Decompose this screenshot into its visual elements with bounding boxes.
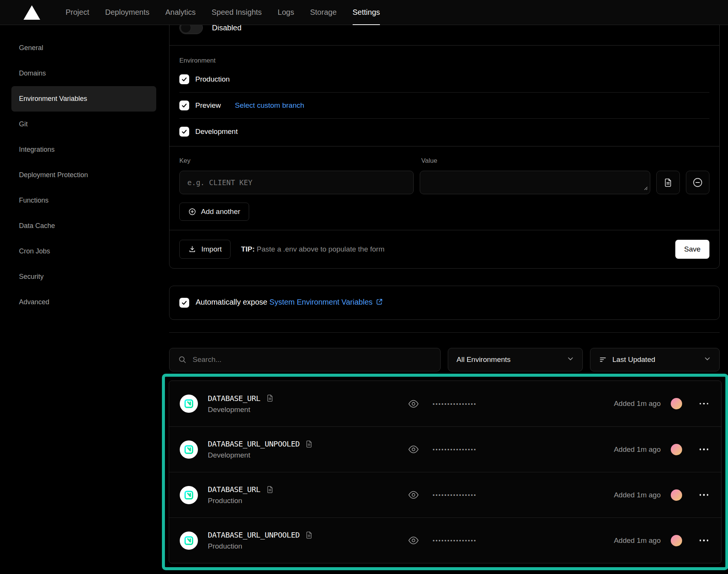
import-button[interactable]: Import: [179, 240, 231, 259]
download-icon: [188, 245, 196, 253]
note-icon[interactable]: [266, 486, 274, 494]
eye-icon[interactable]: [408, 535, 419, 546]
system-env-checkbox[interactable]: [179, 298, 189, 308]
external-link-icon: [375, 298, 383, 308]
section-divider: [169, 332, 720, 333]
eye-icon[interactable]: [408, 489, 419, 500]
neon-logo-icon: [180, 395, 198, 413]
sidebar-item-general[interactable]: General: [11, 35, 156, 61]
eye-icon[interactable]: [408, 444, 419, 455]
value-label: Value: [421, 157, 437, 165]
added-timestamp: Added 1m ago: [614, 445, 661, 454]
environment-filter-value: All Environments: [457, 355, 511, 364]
preview-checkbox[interactable]: [179, 101, 189, 110]
form-footer: Import TIP: Paste a .env above to popula…: [169, 230, 719, 268]
eye-icon[interactable]: [408, 398, 419, 409]
nav-item-project[interactable]: Project: [58, 0, 97, 25]
chevron-down-icon: [704, 355, 711, 364]
plus-circle-icon: [188, 208, 196, 216]
sidebar-item-domains[interactable]: Domains: [11, 61, 156, 86]
filter-row: All Environments Last Updated: [169, 348, 720, 371]
tip-bold: TIP:: [241, 245, 255, 253]
nav-item-logs[interactable]: Logs: [270, 0, 302, 25]
var-right: Added 1m ago: [614, 489, 711, 501]
row-menu-button[interactable]: [697, 401, 711, 407]
user-avatar: [671, 398, 682, 409]
var-right: Added 1m ago: [614, 535, 711, 546]
search-box: [169, 348, 441, 371]
var-secret: •••••••••••••••: [408, 535, 477, 546]
sidebar-item-cron-jobs[interactable]: Cron Jobs: [11, 239, 156, 264]
sidebar-item-advanced[interactable]: Advanced: [11, 289, 156, 315]
nav-item-settings[interactable]: Settings: [345, 0, 388, 25]
environment-section-label: Environment: [179, 57, 709, 64]
value-input[interactable]: [428, 178, 642, 187]
search-input[interactable]: [193, 355, 432, 364]
var-info: DATABASE_URL Production: [208, 485, 408, 505]
var-secret: •••••••••••••••: [408, 398, 477, 409]
sidebar-item-deployment-protection[interactable]: Deployment Protection: [11, 162, 156, 188]
env-var-list: DATABASE_URL Development •••••••••••••••…: [169, 381, 722, 563]
masked-value: •••••••••••••••: [433, 401, 477, 407]
add-another-label: Add another: [201, 208, 240, 216]
paste-env-button[interactable]: [656, 171, 680, 194]
page: Project Deployments Analytics Speed Insi…: [0, 0, 728, 574]
env-var-row[interactable]: DATABASE_URL_UNPOOLED Production •••••••…: [169, 517, 721, 563]
production-label: Production: [195, 75, 230, 83]
preview-label: Preview: [195, 101, 221, 110]
neon-logo-icon: [180, 486, 198, 504]
var-right: Added 1m ago: [614, 398, 711, 409]
sidebar-item-functions[interactable]: Functions: [11, 188, 156, 213]
nav-item-deployments[interactable]: Deployments: [97, 0, 157, 25]
env-var-row[interactable]: DATABASE_URL Production ••••••••••••••• …: [169, 472, 721, 517]
var-right: Added 1m ago: [614, 444, 711, 455]
row-menu-button[interactable]: [697, 446, 711, 453]
select-custom-branch-link[interactable]: Select custom branch: [235, 101, 304, 110]
vercel-logo-icon[interactable]: [24, 5, 40, 20]
note-icon[interactable]: [305, 440, 313, 448]
system-env-link[interactable]: System Environment Variables: [270, 298, 373, 306]
development-checkbox[interactable]: [179, 127, 189, 137]
sidebar-item-environment-variables[interactable]: Environment Variables: [11, 86, 156, 112]
development-label: Development: [195, 127, 238, 136]
env-var-row[interactable]: DATABASE_URL Development •••••••••••••••…: [169, 381, 721, 426]
key-input[interactable]: [187, 178, 406, 187]
nav-item-analytics[interactable]: Analytics: [157, 0, 204, 25]
row-menu-button[interactable]: [697, 537, 711, 544]
sidebar-item-integrations[interactable]: Integrations: [11, 137, 156, 162]
minus-circle-icon: [692, 177, 703, 188]
masked-value: •••••••••••••••: [433, 492, 477, 498]
system-env-card: Automatically expose System Environment …: [169, 286, 720, 320]
add-another-button[interactable]: Add another: [179, 203, 249, 221]
system-env-text: Automatically expose System Environment …: [196, 298, 383, 308]
check-icon: [181, 102, 187, 109]
nav-item-storage[interactable]: Storage: [302, 0, 345, 25]
tip-text: TIP: Paste a .env above to populate the …: [241, 245, 384, 253]
sidebar-item-data-cache[interactable]: Data Cache: [11, 213, 156, 239]
note-icon[interactable]: [266, 394, 274, 402]
import-label: Import: [201, 245, 222, 253]
environment-filter-dropdown[interactable]: All Environments: [448, 348, 583, 371]
added-timestamp: Added 1m ago: [614, 536, 661, 545]
environment-option-production: Production: [179, 66, 709, 92]
remove-row-button[interactable]: [686, 171, 709, 194]
value-field-wrap: [420, 171, 650, 194]
sidebar-item-git[interactable]: Git: [11, 112, 156, 137]
note-icon[interactable]: [305, 531, 313, 539]
file-icon: [664, 178, 673, 187]
production-checkbox[interactable]: [179, 74, 189, 84]
key-field-wrap: [179, 171, 414, 194]
resize-handle[interactable]: [643, 185, 648, 192]
var-name: DATABASE_URL: [208, 394, 260, 403]
var-name: DATABASE_URL: [208, 485, 260, 494]
save-button[interactable]: Save: [675, 240, 709, 259]
nav-item-speed-insights[interactable]: Speed Insights: [204, 0, 270, 25]
sidebar-item-security[interactable]: Security: [11, 264, 156, 289]
sort-dropdown[interactable]: Last Updated: [590, 348, 720, 371]
env-var-row[interactable]: DATABASE_URL_UNPOOLED Development ••••••…: [169, 426, 721, 472]
var-secret: •••••••••••••••: [408, 489, 477, 500]
sort-value: Last Updated: [612, 355, 655, 364]
row-menu-button[interactable]: [697, 492, 711, 498]
var-info: DATABASE_URL_UNPOOLED Production: [208, 530, 408, 550]
user-avatar: [671, 535, 682, 546]
